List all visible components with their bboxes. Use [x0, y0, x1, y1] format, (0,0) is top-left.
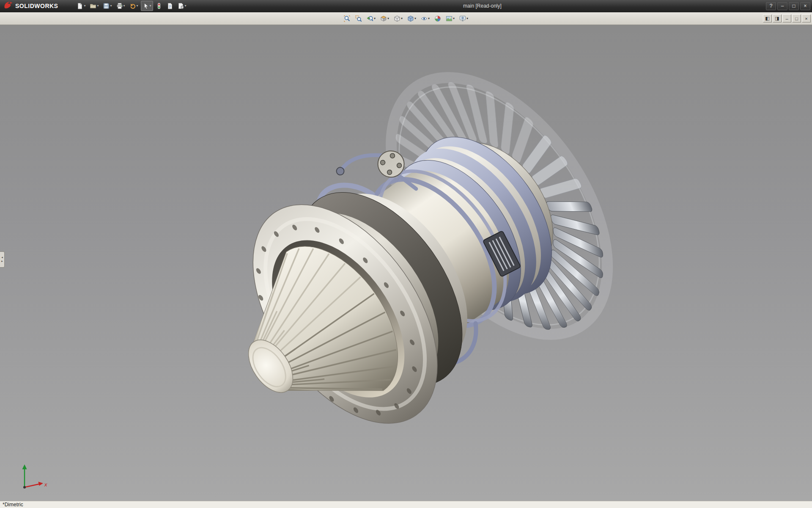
zoom-to-area-button[interactable]: [354, 13, 364, 24]
dropdown-caret-icon[interactable]: ▾: [428, 17, 430, 20]
view-orientation-label: *Dimetric: [3, 502, 23, 508]
dropdown-caret-icon[interactable]: ▾: [84, 4, 85, 8]
view-tools: ▾▾▾▾▾▾▾: [342, 13, 470, 24]
dropdown-caret-icon[interactable]: ▾: [466, 17, 468, 20]
open-icon: [90, 3, 96, 9]
options-button[interactable]: ▾: [176, 1, 188, 11]
undo-button[interactable]: ▾: [128, 1, 140, 11]
save-button[interactable]: ▾: [101, 1, 113, 11]
dropdown-caret-icon[interactable]: ▾: [123, 4, 125, 8]
display-style-icon: [407, 15, 414, 22]
chevron-left-icon: ◂: [1, 256, 3, 260]
rebuild-icon: [156, 3, 162, 9]
restore-button[interactable]: □: [789, 2, 799, 10]
dropdown-caret-icon[interactable]: ▾: [97, 4, 99, 8]
select-icon: [143, 3, 149, 9]
view-settings-button[interactable]: ▾: [458, 13, 470, 24]
hide-show-items-button[interactable]: ▾: [419, 13, 431, 24]
new-document-icon: [77, 3, 83, 9]
dropdown-caret-icon[interactable]: ▾: [453, 17, 455, 20]
edit-appearance-icon: [434, 15, 441, 22]
titlebar: SOLIDWORKS ▾▾▾▾▾▾▾ main [Read-only] ?–□×: [0, 0, 812, 12]
dropdown-caret-icon[interactable]: ▾: [401, 17, 403, 20]
dropdown-caret-icon[interactable]: ▾: [387, 17, 389, 20]
close-button[interactable]: ×: [800, 2, 810, 10]
dropdown-caret-icon[interactable]: ▾: [137, 4, 138, 8]
apply-scene-icon: [446, 15, 453, 22]
file-properties-button[interactable]: [165, 1, 175, 11]
select-button[interactable]: ▾: [141, 1, 153, 11]
solidworks-logo-text: SOLIDWORKS: [15, 3, 58, 9]
file-properties-icon: [167, 3, 173, 9]
document-window-controls: ◧◨–□×: [763, 14, 811, 22]
dropdown-caret-icon[interactable]: ▾: [185, 4, 187, 8]
close-document-button[interactable]: ×: [802, 14, 811, 22]
featuremanager-flyout-handle[interactable]: ◂ ▸: [0, 251, 5, 268]
minimize-button[interactable]: –: [777, 2, 787, 10]
rebuild-button[interactable]: [154, 1, 164, 11]
heads-up-view-toolbar: ▾▾▾▾▾▾▾ ◧◨–□×: [0, 12, 812, 25]
save-icon: [103, 3, 110, 9]
dropdown-caret-icon[interactable]: ▾: [110, 4, 112, 8]
titlebar-toolbar: ▾▾▾▾▾▾▾: [75, 1, 188, 11]
minimize-document-button[interactable]: –: [782, 14, 791, 22]
dropdown-caret-icon[interactable]: ▾: [374, 17, 376, 20]
dropdown-caret-icon[interactable]: ▾: [150, 4, 151, 8]
window-controls: ?–□×: [766, 2, 810, 10]
graphics-area[interactable]: ◂ ▸ x: [0, 25, 812, 501]
solidworks-logo-icon: [3, 1, 13, 11]
view-orientation-icon: [394, 15, 401, 22]
view-orientation-button[interactable]: ▾: [392, 13, 404, 24]
restore-document-button[interactable]: □: [792, 14, 801, 22]
view-settings-icon: [459, 15, 466, 22]
apply-scene-button[interactable]: ▾: [444, 13, 456, 24]
help-button[interactable]: ?: [766, 2, 776, 10]
zoom-to-area-icon: [355, 15, 362, 22]
previous-view-icon: [367, 15, 373, 22]
solidworks-app: SOLIDWORKS ▾▾▾▾▾▾▾ main [Read-only] ?–□×…: [0, 0, 812, 508]
pane-left-button[interactable]: ◧: [763, 14, 772, 22]
solidworks-logo: SOLIDWORKS: [0, 0, 64, 12]
previous-view-button[interactable]: ▾: [365, 13, 377, 24]
edit-appearance-button[interactable]: [433, 13, 443, 24]
open-button[interactable]: ▾: [88, 1, 100, 11]
print-icon: [116, 3, 123, 9]
zoom-to-fit-button[interactable]: [342, 13, 352, 24]
undo-icon: [129, 3, 136, 9]
dropdown-caret-icon[interactable]: ▾: [414, 17, 416, 20]
new-document-button[interactable]: ▾: [75, 1, 87, 11]
orientation-triad[interactable]: x: [8, 459, 50, 495]
display-style-button[interactable]: ▾: [406, 13, 418, 24]
print-button[interactable]: ▾: [115, 1, 127, 11]
chevron-right-icon: ▸: [1, 260, 3, 263]
triad-x-axis: [25, 484, 39, 488]
section-view-icon: [380, 15, 387, 22]
options-icon: [178, 3, 184, 9]
zoom-to-fit-icon: [344, 15, 351, 22]
turbofan-engine-model: [0, 25, 812, 501]
section-view-button[interactable]: ▾: [379, 13, 391, 24]
statusbar: *Dimetric: [0, 501, 812, 508]
triad-x-label: x: [44, 481, 47, 488]
hide-show-items-icon: [421, 15, 428, 22]
pane-right-button[interactable]: ◨: [773, 14, 782, 22]
document-title: main [Read-only]: [463, 3, 502, 9]
